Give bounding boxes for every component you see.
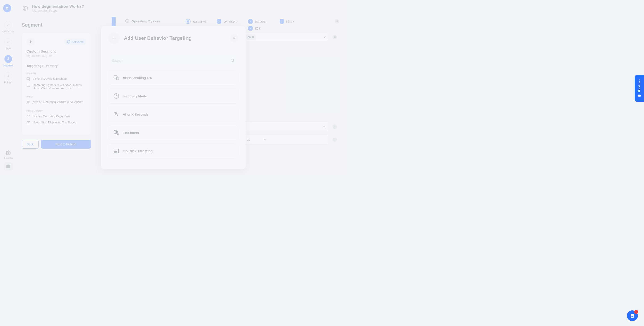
modal-overlay[interactable] xyxy=(0,0,346,175)
